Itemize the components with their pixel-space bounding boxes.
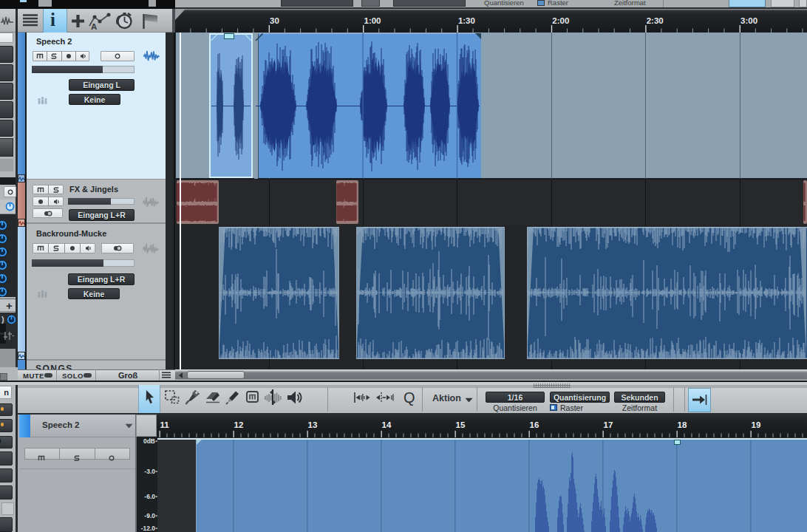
svg-text:2:00: 2:00 [552,16,569,25]
svg-text:1:30: 1:30 [458,16,475,25]
svg-text:17: 17 [604,420,613,429]
svg-text:-9.0: -9.0 [144,512,155,519]
svg-text:12: 12 [234,420,244,429]
svg-text:19: 19 [752,420,761,429]
svg-text:-12.0: -12.0 [141,525,156,532]
svg-text:-6.0: -6.0 [144,493,155,500]
svg-text:0dB: 0dB [143,437,155,445]
svg-text:14: 14 [382,420,392,429]
svg-text:11: 11 [160,420,170,429]
svg-text:A: A [91,22,97,30]
svg-text:30: 30 [270,16,279,25]
svg-text:3:00: 3:00 [740,16,757,25]
svg-text:2:30: 2:30 [647,16,664,25]
svg-text:16: 16 [530,420,539,429]
svg-text:18: 18 [678,420,687,429]
svg-text:1:00: 1:00 [364,16,381,25]
svg-text:13: 13 [308,420,318,429]
svg-text:-3.0: -3.0 [144,468,155,475]
svg-text:15: 15 [456,420,466,429]
